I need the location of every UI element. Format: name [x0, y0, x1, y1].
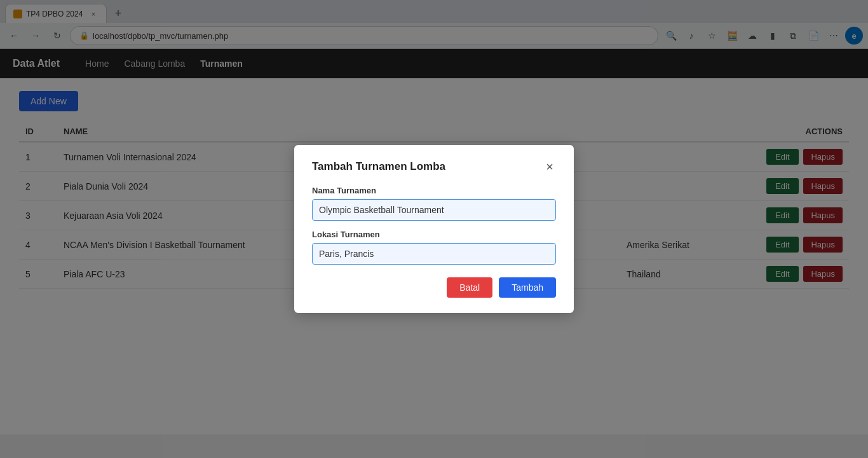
- modal-close-button[interactable]: ×: [543, 160, 556, 173]
- modal-header: Tambah Turnamen Lomba ×: [312, 160, 556, 173]
- nama-input[interactable]: [312, 199, 556, 221]
- lokasi-input[interactable]: [312, 243, 556, 265]
- modal-overlay[interactable]: Tambah Turnamen Lomba × Nama Turnamen Lo…: [0, 0, 868, 434]
- modal-title: Tambah Turnamen Lomba: [312, 160, 445, 173]
- lokasi-label: Lokasi Turnamen: [312, 230, 556, 239]
- tambah-button[interactable]: Tambah: [499, 277, 556, 298]
- batal-button[interactable]: Batal: [447, 277, 492, 298]
- modal: Tambah Turnamen Lomba × Nama Turnamen Lo…: [294, 145, 574, 313]
- nama-label: Nama Turnamen: [312, 186, 556, 195]
- modal-footer: Batal Tambah: [312, 277, 556, 298]
